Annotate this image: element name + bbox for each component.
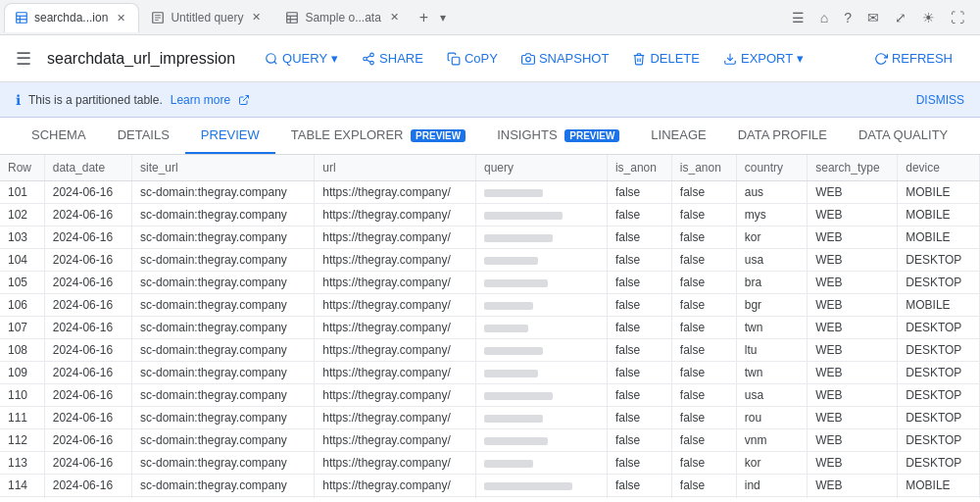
cell-site: sc-domain:thegray.company [132,339,315,362]
tab-details-label: DETAILS [118,127,170,142]
svg-point-20 [526,57,531,62]
cell-device: DESKTOP [898,317,980,339]
cell-device: MOBILE [898,294,980,317]
settings-icon[interactable]: ☰ [788,6,808,29]
tab-close-btn[interactable]: ✕ [114,11,128,25]
svg-line-18 [367,55,370,57]
table-row: 1152024-06-16sc-domain:thegray.companyht… [0,497,980,499]
cell-date: 2024-06-16 [44,339,131,362]
cell-url: https://thegray.company/ [315,407,476,429]
query-dropdown-icon: ▾ [331,51,338,66]
tab-sample[interactable]: Sample o...ata ✕ [275,3,411,32]
cell-url: https://thegray.company/ [315,226,476,249]
cell-row-num: 102 [0,204,44,226]
tab-preview-label: PREVIEW [201,127,260,142]
tab-bar-actions: ☰ ⌂ ? ✉ ⤢ ☀ ⛶ [788,6,976,29]
cell-bool1: false [607,407,671,429]
cell-device: DESKTOP [898,339,980,362]
cell-url: https://thegray.company/ [315,294,476,317]
tab-table-explorer[interactable]: TABLE EXPLORER PREVIEW [275,118,481,154]
cell-country: aus [736,181,808,204]
tab-details[interactable]: DETAILS [102,118,185,154]
cell-bool1: false [607,362,671,384]
tab-close-btn[interactable]: ✕ [387,10,402,25]
table-row: 1092024-06-16sc-domain:thegray.companyht… [0,362,980,384]
cell-url: https://thegray.company/ [315,429,476,452]
cell-bool2: false [671,384,736,407]
svg-line-22 [243,95,249,101]
copy-button[interactable]: CoPY [437,45,508,72]
col-header-is-anon1: is_anon [607,155,671,181]
cell-bool1: false [607,497,671,499]
cell-row-num: 101 [0,181,44,204]
delete-button[interactable]: DELETE [622,45,710,72]
cell-site: sc-domain:thegray.company [132,226,315,249]
tab-insights[interactable]: INSIGHTS PREVIEW [481,118,635,154]
table-row: 1032024-06-16sc-domain:thegray.companyht… [0,226,980,249]
sidebar-toggle-icon[interactable]: ☰ [16,48,31,70]
cell-site: sc-domain:thegray.company [132,294,315,317]
cell-country: kor [736,226,808,249]
tab-searchdata[interactable]: searchda...ion ✕ [4,3,139,32]
svg-point-15 [364,57,368,61]
tab-data-quality[interactable]: DATA QUALITY [843,118,963,154]
cell-query [475,362,607,384]
col-header-search-type: search_type [808,155,898,181]
cell-query [475,452,607,475]
cell-search-type: WEB [808,497,898,499]
cell-row-num: 110 [0,384,44,407]
table-row: 1062024-06-16sc-domain:thegray.companyht… [0,294,980,317]
tab-close-btn[interactable]: ✕ [249,10,264,25]
add-tab-button[interactable]: + [414,9,434,26]
tab-more-icon[interactable]: ▾ [436,11,450,25]
export-btn-label: EXPORT [741,51,793,66]
tab-schema[interactable]: SCHEMA [16,118,102,154]
query-button[interactable]: QUERY ▾ [255,45,348,72]
tab-lineage-label: LINEAGE [651,127,706,142]
fullscreen-icon[interactable]: ⛶ [947,6,968,29]
svg-rect-19 [452,57,460,65]
cell-search-type: WEB [808,204,898,226]
tab-query[interactable]: Untitled query ✕ [141,3,273,32]
mail-icon[interactable]: ✉ [863,6,883,29]
help-icon[interactable]: ? [840,6,856,29]
tab-lineage[interactable]: LINEAGE [635,118,721,154]
cell-date: 2024-06-16 [44,429,131,452]
table-row: 1072024-06-16sc-domain:thegray.companyht… [0,317,980,339]
share-button[interactable]: SHARE [352,45,433,72]
learn-more-link[interactable]: Learn more [171,93,230,107]
cell-search-type: WEB [808,249,898,272]
cell-bool2: false [671,429,736,452]
refresh-btn-label: REFRESH [892,51,953,66]
cell-url: https://thegray.company/ [315,249,476,272]
cell-query [475,384,607,407]
snapshot-icon [521,52,535,66]
table-icon2 [285,11,299,25]
expand-icon[interactable]: ⤢ [891,6,910,29]
theme-icon[interactable]: ☀ [918,6,939,29]
cell-date: 2024-06-16 [44,204,131,226]
export-button[interactable]: EXPORT ▾ [713,45,813,72]
query-btn-label: QUERY [282,51,327,66]
copy-btn-label: CoPY [465,51,498,66]
refresh-button[interactable]: REFRESH [862,45,964,72]
cell-row-num: 107 [0,317,44,339]
tab-preview[interactable]: PREVIEW [185,118,275,154]
cell-query [475,429,607,452]
dismiss-button[interactable]: DISMISS [916,93,964,107]
tab-data-profile-label: DATA PROFILE [738,127,827,142]
cell-row-num: 111 [0,407,44,429]
tab-data-profile[interactable]: DATA PROFILE [722,118,843,154]
table-body: 1012024-06-16sc-domain:thegray.companyht… [0,181,980,499]
cell-country: bra [736,272,808,294]
cell-device: DESKTOP [898,497,980,499]
cell-url: https://thegray.company/ [315,452,476,475]
cell-query [475,317,607,339]
snapshot-button[interactable]: SNAPSHOT [512,45,619,72]
cell-date: 2024-06-16 [44,317,131,339]
cell-bool2: false [671,204,736,226]
cell-date: 2024-06-16 [44,407,131,429]
home-icon[interactable]: ⌂ [816,6,832,29]
cell-search-type: WEB [808,384,898,407]
cell-device: MOBILE [898,226,980,249]
